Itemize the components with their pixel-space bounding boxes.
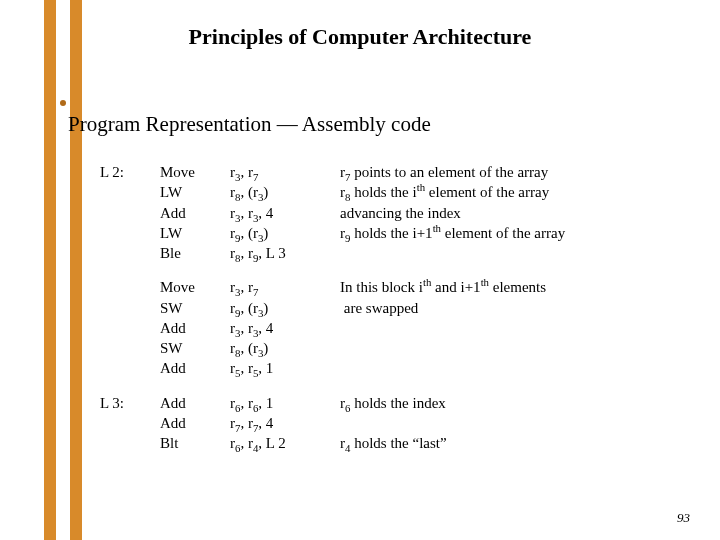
assembly-listing: L 2:Mover3, r7r7 points to an element of…	[100, 162, 696, 453]
opcode: Add	[160, 358, 230, 378]
operands: r9, (r3)	[230, 298, 340, 318]
code-line: L 2:Mover3, r7r7 points to an element of…	[100, 162, 696, 182]
page-number: 93	[677, 510, 690, 526]
code-line: SWr8, (r3)	[100, 338, 696, 358]
operands: r3, r3, 4	[230, 203, 340, 223]
accent-bar-right	[70, 0, 82, 540]
annotation: advancing the index	[340, 203, 696, 223]
opcode: Add	[160, 393, 230, 413]
operands: r5, r5, 1	[230, 358, 340, 378]
opcode: Add	[160, 413, 230, 433]
annotation: In this block ith and i+1th elements	[340, 277, 696, 297]
opcode: Add	[160, 203, 230, 223]
code-line: LWr8, (r3)r8 holds the ith element of th…	[100, 182, 696, 202]
opcode: Ble	[160, 243, 230, 263]
code-line: Addr7, r7, 4	[100, 413, 696, 433]
block-label: L 3:	[100, 393, 160, 413]
operands: r9, (r3)	[230, 223, 340, 243]
opcode: SW	[160, 338, 230, 358]
section-heading: Program Representation — Assembly code	[68, 112, 431, 137]
code-line: Bltr6, r4, L 2r4 holds the “last”	[100, 433, 696, 453]
annotation: r7 points to an element of the array	[340, 162, 696, 182]
annotation: r8 holds the ith element of the array	[340, 182, 696, 202]
code-line: LWr9, (r3)r9 holds the i+1th element of …	[100, 223, 696, 243]
opcode: Blt	[160, 433, 230, 453]
operands: r6, r4, L 2	[230, 433, 340, 453]
annotation: r6 holds the index	[340, 393, 696, 413]
operands: r7, r7, 4	[230, 413, 340, 433]
code-line: Addr3, r3, 4	[100, 318, 696, 338]
bullet-icon	[60, 100, 66, 106]
annotation: r4 holds the “last”	[340, 433, 696, 453]
operands: r3, r7	[230, 277, 340, 297]
slide-title: Principles of Computer Architecture	[0, 24, 720, 50]
operands: r3, r7	[230, 162, 340, 182]
operands: r8, r9, L 3	[230, 243, 340, 263]
code-line: L 3:Addr6, r6, 1r6 holds the index	[100, 393, 696, 413]
code-line: Addr3, r3, 4advancing the index	[100, 203, 696, 223]
opcode: SW	[160, 298, 230, 318]
opcode: LW	[160, 223, 230, 243]
operands: r8, (r3)	[230, 338, 340, 358]
code-line: Mover3, r7In this block ith and i+1th el…	[100, 277, 696, 297]
annotation: r9 holds the i+1th element of the array	[340, 223, 696, 243]
opcode: Move	[160, 277, 230, 297]
opcode: Move	[160, 162, 230, 182]
operands: r8, (r3)	[230, 182, 340, 202]
annotation: are swapped	[340, 298, 696, 318]
opcode: Add	[160, 318, 230, 338]
code-line: Bler8, r9, L 3	[100, 243, 696, 263]
opcode: LW	[160, 182, 230, 202]
code-line: SWr9, (r3) are swapped	[100, 298, 696, 318]
accent-bar-left	[44, 0, 56, 540]
operands: r6, r6, 1	[230, 393, 340, 413]
code-line: Addr5, r5, 1	[100, 358, 696, 378]
block-label: L 2:	[100, 162, 160, 182]
operands: r3, r3, 4	[230, 318, 340, 338]
